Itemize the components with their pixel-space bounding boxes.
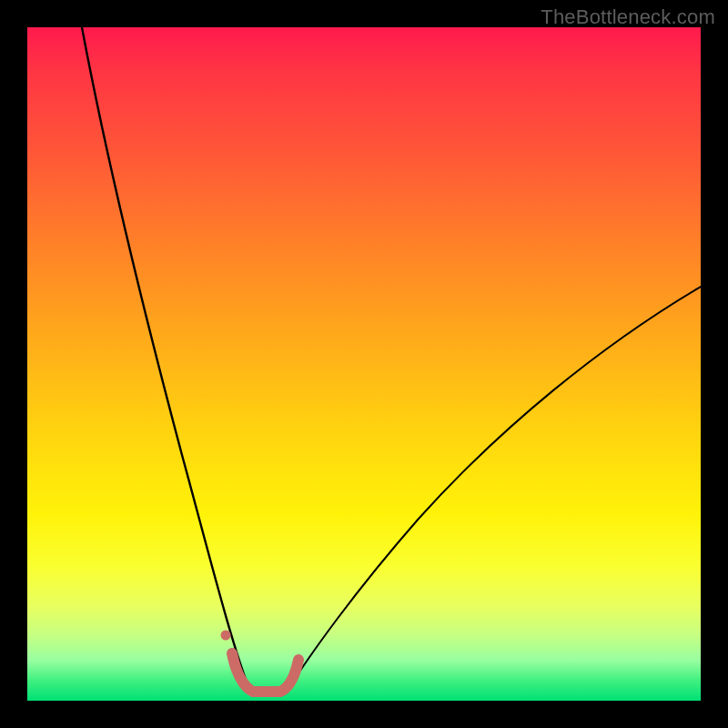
watermark-text: TheBottleneck.com (541, 5, 715, 29)
chart-frame: TheBottleneck.com (0, 0, 728, 728)
curve-layer (27, 27, 701, 701)
left-curve (82, 27, 250, 692)
accent-u (232, 653, 298, 692)
plot-area (27, 27, 701, 701)
accent-dot (221, 631, 231, 641)
right-curve (287, 287, 701, 692)
